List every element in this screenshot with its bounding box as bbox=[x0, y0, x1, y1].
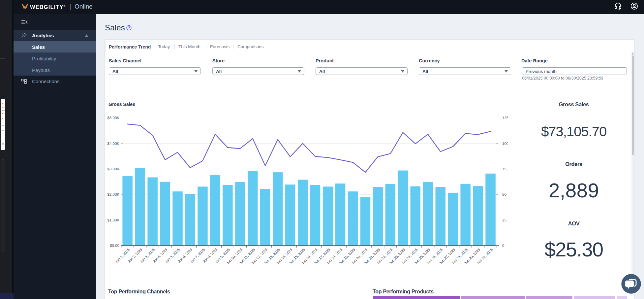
svg-text:$3.00K: $3.00K bbox=[107, 167, 120, 171]
svg-text:$5.00K: $5.00K bbox=[107, 116, 120, 120]
svg-text:$2.00K: $2.00K bbox=[107, 192, 120, 196]
svg-text:?: ? bbox=[128, 26, 130, 30]
svg-text:$0.00: $0.00 bbox=[110, 244, 119, 248]
svg-text:100: 100 bbox=[502, 142, 508, 146]
svg-text:0: 0 bbox=[502, 244, 504, 248]
svg-text:$4.00K: $4.00K bbox=[107, 142, 120, 146]
svg-text:25: 25 bbox=[502, 218, 506, 222]
svg-text:75: 75 bbox=[502, 167, 506, 171]
svg-text:50: 50 bbox=[502, 192, 506, 196]
svg-text:125: 125 bbox=[502, 116, 508, 120]
svg-text:$1.00K: $1.00K bbox=[107, 218, 120, 222]
